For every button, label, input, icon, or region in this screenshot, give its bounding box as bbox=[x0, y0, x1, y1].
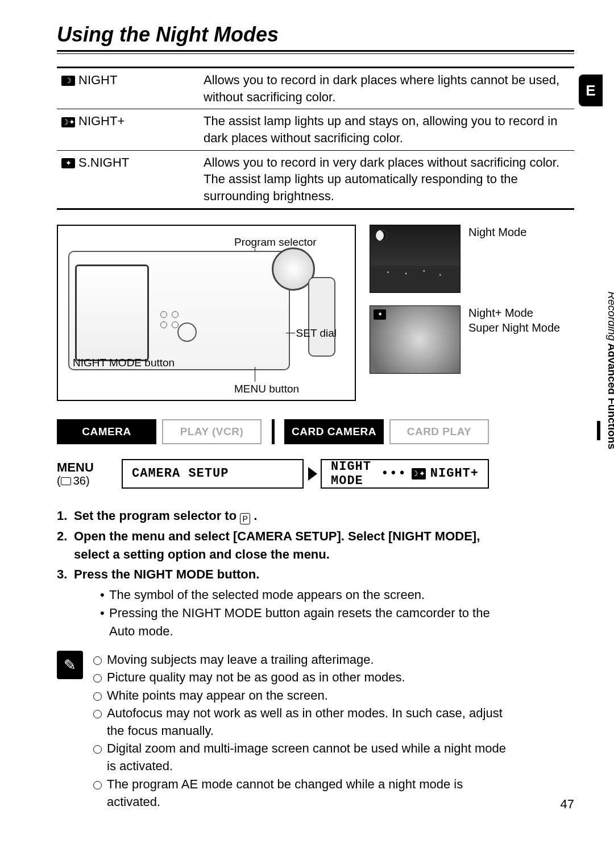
caption-night-plus: Night+ Mode Super Night Mode bbox=[468, 305, 560, 335]
side-section-label: Recording Advanced Functions bbox=[605, 292, 614, 449]
camcorder-lcd bbox=[75, 264, 149, 361]
table-row: ✦S.NIGHTAllows you to record in very dar… bbox=[57, 150, 574, 209]
title-rule bbox=[57, 50, 574, 54]
note-item: Picture quality may not be as good as in… bbox=[93, 668, 517, 686]
camcorder-buttons bbox=[160, 311, 211, 351]
side-section: Advanced Functions bbox=[605, 343, 614, 449]
page-number: 47 bbox=[561, 797, 574, 812]
triangle-right-icon bbox=[308, 467, 317, 481]
step-item: Set the program selector to P . bbox=[57, 507, 506, 525]
mode-pill-camera: CAMERA bbox=[57, 419, 156, 444]
notes-list: Moving subjects may leave a trailing aft… bbox=[93, 651, 517, 811]
step-title: Press the NIGHT MODE button. bbox=[74, 567, 259, 581]
mode-description: Allows you to record in very dark places… bbox=[199, 150, 574, 209]
sample-night-image bbox=[370, 225, 460, 293]
menu-page-ref: 36 bbox=[73, 474, 86, 487]
step-item: Press the NIGHT MODE button.The symbol o… bbox=[57, 565, 506, 640]
step-sub-item: Pressing the NIGHT MODE button again res… bbox=[100, 604, 506, 640]
step-sublist: The symbol of the selected mode appears … bbox=[74, 586, 506, 640]
mode-pill-card-play: CARD PLAY bbox=[389, 419, 489, 444]
menu-right-value: NIGHT+ bbox=[430, 466, 479, 481]
menu-label-text: MENU bbox=[57, 461, 116, 474]
book-icon bbox=[61, 477, 71, 485]
caption-night: Night Mode bbox=[468, 225, 526, 239]
mode-name: NIGHT bbox=[78, 73, 117, 87]
note-item: Autofocus may not work as well as in oth… bbox=[93, 704, 517, 739]
menu-right-prefix: NIGHT MODE bbox=[331, 460, 376, 488]
step-item: Open the menu and select [CAMERA SETUP].… bbox=[57, 527, 506, 564]
language-tab: E bbox=[579, 75, 603, 106]
note-item: White points may appear on the screen. bbox=[93, 687, 517, 704]
thumb-tab bbox=[597, 421, 600, 440]
table-row: ☽NIGHTAllows you to record in dark place… bbox=[57, 68, 574, 109]
caption-super-night: Super Night Mode bbox=[468, 321, 560, 334]
menu-box-camera-setup: CAMERA SETUP bbox=[122, 459, 304, 489]
label-night-mode-btn: NIGHT MODE button bbox=[73, 357, 175, 369]
step-title: Set the program selector to P . bbox=[74, 509, 257, 523]
mode-name: S.NIGHT bbox=[78, 155, 129, 170]
note-item: The program AE mode cannot be changed wh… bbox=[93, 775, 517, 811]
night-mode-icon: ✦ bbox=[61, 158, 75, 168]
night-modes-table: ☽NIGHTAllows you to record in dark place… bbox=[57, 67, 574, 210]
step-title: Open the menu and select [CAMERA SETUP].… bbox=[74, 529, 480, 561]
mode-pill-divider bbox=[267, 419, 279, 444]
sample-night-plus-image: ✦ bbox=[370, 305, 460, 374]
side-sub: Recording bbox=[605, 292, 614, 341]
caption-night-plus-line1: Night+ Mode bbox=[468, 307, 533, 319]
note-item: Digital zoom and multi-image screen cann… bbox=[93, 739, 517, 775]
mode-description: The assist lamp lights up and stays on, … bbox=[199, 109, 574, 150]
note-icon: ✎ bbox=[57, 651, 83, 679]
night-plus-icon: ☽✦ bbox=[412, 468, 426, 480]
label-set-dial: SET dial bbox=[296, 327, 337, 340]
night-mode-icon: ☽ bbox=[61, 76, 75, 86]
mode-description: Allows you to record in dark places wher… bbox=[199, 68, 574, 109]
table-row: ☽✦NIGHT+The assist lamp lights up and st… bbox=[57, 109, 574, 150]
p-mode-icon: P bbox=[240, 513, 250, 524]
label-program-selector: Program selector bbox=[234, 236, 317, 249]
mode-pill-card-camera: CARD CAMERA bbox=[284, 419, 384, 444]
label-menu-btn: MENU button bbox=[234, 383, 299, 395]
menu-box-night-mode: NIGHT MODE ☽✦ NIGHT+ bbox=[321, 459, 489, 489]
mode-pill-play-vcr: PLAY (VCR) bbox=[162, 419, 262, 444]
steps-list: Set the program selector to P .Open the … bbox=[57, 507, 506, 640]
step-sub-item: The symbol of the selected mode appears … bbox=[100, 586, 506, 604]
page-title: Using the Night Modes bbox=[57, 23, 574, 47]
note-item: Moving subjects may leave a trailing aft… bbox=[93, 651, 517, 668]
camcorder-grip bbox=[308, 277, 335, 357]
night-mode-icon: ☽✦ bbox=[61, 117, 75, 127]
menu-label: MENU (36) bbox=[57, 461, 116, 487]
mode-name: NIGHT+ bbox=[78, 114, 125, 128]
dots-icon bbox=[381, 466, 407, 481]
camcorder-diagram: Program selector SET dial NIGHT MODE but… bbox=[57, 225, 356, 401]
